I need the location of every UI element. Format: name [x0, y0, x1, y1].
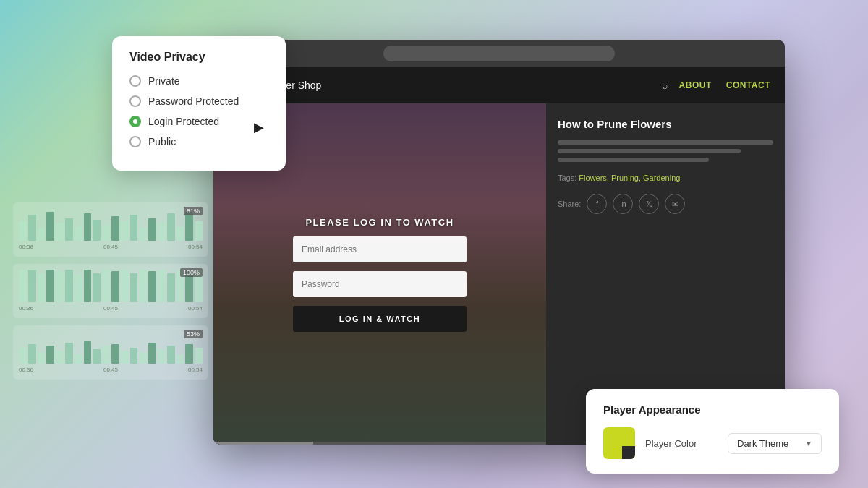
time-label: 00:36	[19, 244, 33, 250]
bar	[28, 344, 36, 364]
bar	[130, 348, 138, 364]
bar	[111, 216, 119, 241]
bar	[121, 351, 129, 364]
site-nav: + Bliss Flower Shop ⌕ ABOUT CONTACT	[213, 67, 785, 103]
time-label: 00:54	[188, 305, 203, 312]
twitter-share-icon[interactable]: 𝕏	[639, 194, 659, 214]
email-share-icon[interactable]: ✉	[665, 194, 685, 214]
desc-line-2	[558, 149, 741, 153]
analytics-panel: 81% 00:36 00:45 00:54	[13, 202, 208, 380]
tags-values[interactable]: Flowers, Pruning, Gardening	[579, 174, 680, 182]
bar	[46, 270, 54, 302]
address-bar	[383, 46, 615, 61]
bar	[176, 354, 184, 364]
radio-option-public[interactable]: Public	[129, 136, 268, 147]
radio-public[interactable]	[129, 136, 141, 147]
login-watch-button[interactable]: LOG IN & WATCH	[293, 306, 467, 332]
bar	[65, 270, 73, 302]
chart-1-percentage: 81%	[184, 207, 203, 215]
progress-bar	[213, 442, 546, 445]
cursor-pointer: ▶	[254, 119, 264, 135]
dropdown-arrow-icon: ▼	[805, 440, 812, 448]
time-label: 00:54	[188, 367, 203, 373]
theme-select-text: Dark Theme	[737, 438, 799, 449]
bar	[28, 215, 36, 241]
bar	[38, 273, 46, 303]
contact-link[interactable]: CONTACT	[726, 80, 770, 90]
linkedin-share-icon[interactable]: in	[613, 194, 633, 214]
analytics-chart-3: 53% 00:36 00:45 00:54	[13, 325, 208, 380]
search-icon[interactable]: ⌕	[662, 80, 668, 91]
player-color-swatch[interactable]	[603, 427, 635, 459]
radio-option-password[interactable]: Password Protected	[129, 95, 268, 107]
browser-chrome	[213, 40, 785, 67]
bar	[148, 343, 156, 364]
theme-dropdown[interactable]: Dark Theme ▼	[728, 433, 822, 454]
bar	[148, 218, 156, 241]
website-content: + Bliss Flower Shop ⌕ ABOUT CONTACT PLEA…	[213, 67, 785, 445]
video-title: How to Prune Flowers	[558, 118, 773, 130]
bar	[56, 271, 64, 302]
time-label: 00:36	[19, 367, 33, 373]
share-row: Share: f in 𝕏 ✉	[558, 194, 773, 214]
description-lines	[558, 140, 773, 162]
analytics-chart-1: 81% 00:36 00:45 00:54	[13, 202, 208, 257]
appearance-row: Player Color Dark Theme ▼	[603, 427, 822, 459]
email-field[interactable]	[293, 236, 467, 262]
progress-fill	[213, 442, 313, 445]
bar	[46, 346, 54, 364]
about-link[interactable]: ABOUT	[679, 80, 712, 90]
bar	[75, 354, 82, 364]
bar	[65, 343, 73, 364]
bar	[75, 226, 82, 241]
bar	[65, 218, 73, 241]
radio-password-label: Password Protected	[148, 95, 239, 107]
bar	[56, 223, 64, 241]
share-label: Share:	[558, 200, 581, 208]
bar	[130, 273, 138, 303]
bar	[167, 213, 175, 241]
bar	[121, 270, 129, 302]
radio-login[interactable]	[129, 116, 141, 127]
bar	[102, 346, 110, 364]
bar	[185, 344, 193, 364]
bar	[111, 344, 119, 364]
radio-public-label: Public	[148, 136, 176, 147]
bars-1	[19, 208, 203, 241]
bars-2	[19, 270, 203, 302]
bar	[195, 348, 203, 364]
bar	[93, 220, 101, 241]
bar	[139, 270, 147, 302]
radio-option-private[interactable]: Private	[129, 75, 268, 87]
desc-line-3	[558, 158, 709, 162]
facebook-share-icon[interactable]: f	[587, 194, 607, 214]
nav-links: ABOUT CONTACT	[679, 80, 770, 90]
radio-option-login[interactable]: Login Protected	[129, 116, 268, 127]
bars-3	[19, 331, 203, 364]
bar	[102, 270, 110, 302]
bar	[102, 225, 110, 241]
bar	[158, 270, 166, 302]
chart-3-percentage: 53%	[184, 330, 203, 338]
radio-login-label: Login Protected	[148, 116, 219, 127]
bar	[130, 215, 138, 241]
bar	[93, 349, 101, 364]
bar	[121, 221, 129, 241]
bar	[19, 270, 27, 302]
radio-private[interactable]	[129, 75, 141, 87]
bar	[158, 349, 166, 364]
password-field[interactable]	[293, 271, 467, 297]
bar	[139, 352, 147, 364]
bar	[19, 221, 27, 241]
radio-password[interactable]	[129, 95, 141, 107]
bar	[139, 228, 147, 241]
bar	[84, 213, 92, 241]
bar	[195, 221, 203, 241]
bar	[167, 346, 175, 364]
appearance-card-title: Player Appearance	[603, 403, 822, 416]
bar	[93, 273, 101, 303]
swatch-dark-corner	[622, 446, 635, 459]
analytics-chart-2: 100% 00:36 00:45 00:54	[13, 264, 208, 318]
player-color-label: Player Color	[645, 438, 718, 449]
chart-2-percentage: 100%	[180, 268, 203, 277]
